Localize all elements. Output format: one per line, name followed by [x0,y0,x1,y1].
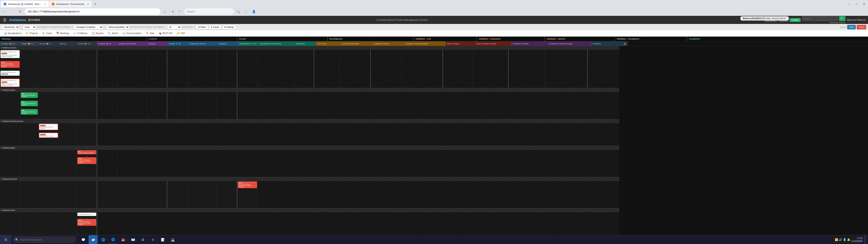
nav-reports[interactable]: 📋 Reports [90,31,105,36]
card-test-defect[interactable]: Defect Clean out FindLater Development R… [77,219,96,226]
nav-meetings[interactable]: 📅 Meetings [54,31,71,36]
card-test-story[interactable]: RebeccaShatfield-13 [77,213,96,216]
view-select[interactable]: Hierarchical Flat [2,25,20,29]
close-window-btn[interactable]: ✕ [861,1,867,7]
publish-btn[interactable]: Publish [789,18,801,22]
card-epic-1[interactable]: EPIC IssueTracking Backlog Sheffield [21,92,38,98]
col-header-dev-pr[interactable]: Development Peer Review [259,41,295,46]
network-icon[interactable]: 📶 [835,238,838,241]
battery-icon[interactable]: 🔋 [843,238,846,241]
taskbar-icon-chrome[interactable]: 🌐 [108,235,118,244]
advanced-search-link[interactable]: Advanced Search [829,22,845,24]
taskbar-icon-mail[interactable]: 📧 [128,235,137,244]
tab-screenshots[interactable]: Kanbanara / Screenshots ✕ [49,1,92,7]
card-defect-dev[interactable]: Defect Clean out FindLater Development R… [238,181,257,188]
col-header-acceptance-accepted[interactable]: Acceptance Testing Accepted [548,41,591,46]
card-enh-2[interactable]: Blocked Enhancement Analysis [39,133,58,138]
show-desktop-btn[interactable] [864,235,866,244]
card-story-3[interactable]: RebeccaShatfield-15 Blocked This is a sh… [0,79,20,87]
status-filter-select[interactable]: Untriaged-Completed All [74,25,103,29]
col-header-analysis-pr[interactable]: Analysis Peer Review [118,41,147,46]
chat-notification[interactable]: RebeccaShatfield-15 Hello, Anyone there? [740,16,789,21]
taskbar-icon-settings[interactable]: ⚙ [148,235,157,244]
col-header-unit-accepted[interactable]: Unit Testing Accepted [341,41,373,46]
col-header-development[interactable]: Development 0 0/5 [239,41,259,46]
card-bug-1[interactable]: Bug Analyse Analysis Sheffield [77,150,96,154]
priority-filter-select[interactable]: All High Medium [167,25,181,29]
grouping-select[interactable]: None Project [23,25,36,29]
nav-cards[interactable]: 🃏 Cards [40,31,54,36]
taskbar-icon-file-explorer[interactable]: 📁 [89,235,98,244]
ext-icon-2[interactable]: 🛡 [177,8,183,15]
col-header-system-accepted[interactable]: System Testing Accepted [475,41,511,46]
filter-apply-btn[interactable]: Filter [847,25,856,29]
col-header-system-test[interactable]: System Testing [446,41,475,46]
taskbar-icon-cortana[interactable]: 💬 [79,235,88,244]
col-header-completed[interactable]: Completed [591,41,623,46]
address-input[interactable] [25,8,160,15]
col-header-unit-test[interactable]: Unit Testing [316,41,341,46]
col-header-backlog2[interactable]: Backlog [59,41,77,46]
nav-rest-api[interactable]: 🔌 REST API [157,31,175,36]
nav-refresh-btn[interactable]: ↻ [17,8,24,15]
col-header-acceptance[interactable]: Acceptance Testing [512,41,548,46]
nav-help[interactable]: ❓ Help [144,31,156,36]
taskbar-icon-calc[interactable]: 🖩 [138,235,147,244]
taskbar-icon-firefox[interactable]: 🦊 [119,235,127,244]
col-header-integration-accepted[interactable]: Integration Testing Accepted [405,41,445,46]
bookmark-icon[interactable]: ☆ [162,8,168,15]
nav-back-btn[interactable]: ← [2,8,8,15]
menu-hamburger-icon[interactable]: ☰ [2,17,7,23]
start-menu-btn[interactable]: ⊞ [0,235,11,244]
taskbar-icon-notepad[interactable]: 📝 [158,235,167,244]
settings-toolbar-btn[interactable]: ⚙ Settings [222,25,236,29]
user-filter-select[interactable]: RebeccaShatfield All [106,25,129,29]
card-epic-3[interactable]: EPIC IssueTracking Backlog Sheffield [21,109,38,115]
nav-admin[interactable]: 🔧 Admin [106,31,120,36]
col-header-backlog[interactable]: Backlog 1 3/4 [38,41,59,46]
col-header-developed[interactable]: Developed [295,41,315,46]
col-header-design[interactable]: Design 5 5/5 [168,41,188,46]
card-story-2[interactable]: RebeccaShatfield-09 Untriaged [0,71,20,76]
reset-btn[interactable]: Reset [857,25,866,29]
card-story-1[interactable]: RebeccaShatfield-15 Blocked This is a sh… [0,50,20,58]
col-header-integration[interactable]: Integration Testing [373,41,405,46]
nav-projects[interactable]: 📁 Projects [24,31,39,36]
col-header-analysis[interactable]: Analysis 3 3/5 [98,41,118,46]
card-epic-2[interactable]: EPIC IssueTracking Backlog Sheffield [21,101,38,106]
tab-close-2[interactable]: ✕ [87,3,89,5]
action-center-icon[interactable]: 🔔 [847,238,850,241]
tab-kanbanara[interactable]: Kanbanara @ Untitled - Kan... ✕ [1,1,49,7]
col-header-design-pr[interactable]: Design Peer Review [188,41,218,46]
taskbar-clock[interactable]: 17:43 11/10/2020 [851,237,863,243]
ext-icon-1[interactable]: ⚙ [169,8,176,15]
col-header-designed[interactable]: Designed [218,41,238,46]
app-search-input[interactable] [802,16,838,21]
col-header-triaged[interactable]: Triaged 4 3/4 [20,41,38,46]
profile-btn[interactable]: 👤 [251,8,257,15]
col-header-analysed[interactable]: Analysed [147,41,168,46]
taskbar-icon-terminal[interactable]: 💻 [168,235,177,244]
col-header-untriaged[interactable]: Untriaged 3 3/10 [0,41,20,46]
browser-search-input[interactable] [184,8,234,15]
taskbar-search-bar[interactable]: 🔍 Type here to search [13,237,76,243]
export-btn[interactable]: ⬇ Export [209,25,221,29]
new-tab-button[interactable]: + [92,1,98,7]
nav-ksf[interactable]: 🔑 KSF [175,31,187,36]
search-submit-btn[interactable]: 🔍 [839,16,845,21]
maximize-btn[interactable]: □ [854,1,860,7]
tab-close-1[interactable]: ✕ [44,3,46,5]
card-defect-1[interactable]: Defect Clean out FindLater Development R… [0,61,20,68]
search-icon[interactable]: 🔍 [235,8,242,15]
browser-menu-btn[interactable]: ⋮ [243,8,249,15]
volume-icon[interactable]: 🔊 [839,238,842,241]
nav-metrics[interactable]: 📈 UI Metrics [71,31,89,36]
collapse-btn[interactable]: ▶ [623,41,627,46]
filters-toolbar-btn[interactable]: ⚙ Filters [196,25,208,29]
card-defect-bug[interactable]: Defect Clean out FindLater Development R… [77,157,96,164]
card-enh-blocked[interactable]: Blocked Blocked Enhancement Analysis [39,124,58,130]
col-header-defined[interactable]: Defined 8 3/4/8 [77,41,97,46]
nav-visualisations[interactable]: 📊 Visualisations [2,31,23,36]
minimize-btn[interactable]: ─ [846,1,852,7]
nav-documentation[interactable]: 📖 Documentation [121,31,143,36]
